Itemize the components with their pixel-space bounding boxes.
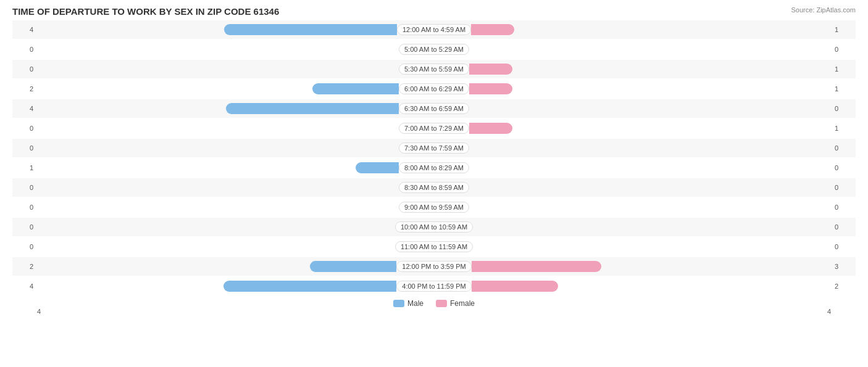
female-value: 1 — [831, 85, 856, 93]
time-label: 6:30 AM to 6:59 AM — [399, 103, 469, 114]
female-value: 1 — [831, 125, 856, 132]
female-value: 0 — [831, 184, 856, 191]
legend-female: Female — [436, 299, 475, 308]
bottom-right-label: 4 — [827, 308, 831, 315]
chart-row: 0 11:00 AM to 11:59 AM 0 — [12, 237, 856, 256]
legend: Male Female — [12, 299, 856, 308]
time-label: 12:00 PM to 3:59 PM — [396, 261, 471, 272]
chart-row: 0 8:30 AM to 8:59 AM 0 — [12, 178, 856, 197]
chart-row: 4 4:00 PM to 11:59 PM 2 — [12, 277, 856, 295]
time-label: 5:00 AM to 5:29 AM — [399, 44, 469, 55]
time-label: 12:00 AM to 4:59 AM — [397, 24, 471, 35]
female-value: 1 — [831, 65, 856, 73]
male-value: 0 — [12, 46, 37, 53]
male-value: 2 — [12, 85, 37, 93]
chart-row: 0 5:00 AM to 5:29 AM 0 — [12, 40, 856, 59]
chart-row: 1 8:00 AM to 8:29 AM 0 — [12, 159, 856, 177]
male-bar — [356, 162, 399, 173]
chart-row: 0 7:00 AM to 7:29 AM 1 — [12, 119, 856, 138]
female-value: 0 — [831, 46, 856, 53]
male-value: 4 — [12, 26, 37, 33]
male-value: 4 — [12, 282, 37, 290]
male-value: 2 — [12, 263, 37, 270]
female-bar — [469, 64, 512, 75]
female-value: 1 — [831, 26, 856, 33]
chart-row: 4 12:00 AM to 4:59 AM 1 — [12, 20, 856, 39]
female-bar — [469, 83, 512, 94]
chart-row: 0 5:30 AM to 5:59 AM 1 — [12, 60, 856, 78]
male-bar — [312, 83, 399, 94]
time-label: 5:30 AM to 5:59 AM — [399, 64, 469, 75]
male-value: 0 — [12, 204, 37, 211]
time-label: 11:00 AM to 11:59 AM — [395, 241, 473, 252]
female-value: 0 — [831, 223, 856, 231]
source-label: Source: ZipAtlas.com — [791, 6, 856, 14]
male-bar — [224, 24, 397, 35]
time-label: 7:00 AM to 7:29 AM — [399, 123, 469, 134]
time-label: 8:00 AM to 8:29 AM — [399, 162, 469, 173]
chart-row: 2 6:00 AM to 6:29 AM 1 — [12, 80, 856, 98]
chart-row: 0 10:00 AM to 10:59 AM 0 — [12, 218, 856, 236]
time-label: 9:00 AM to 9:59 AM — [399, 202, 469, 213]
male-value: 1 — [12, 164, 37, 171]
male-bar — [223, 281, 396, 292]
bottom-left-label: 4 — [37, 308, 41, 315]
female-value: 0 — [831, 144, 856, 152]
female-value: 0 — [831, 243, 856, 250]
male-value: 0 — [12, 184, 37, 191]
male-bar — [226, 103, 399, 114]
female-value: 0 — [831, 164, 856, 171]
male-value: 0 — [12, 223, 37, 231]
male-legend-box — [393, 300, 404, 307]
time-label: 8:30 AM to 8:59 AM — [399, 182, 469, 193]
female-bar — [471, 24, 514, 35]
female-bar — [469, 123, 512, 134]
chart-row: 4 6:30 AM to 6:59 AM 0 — [12, 99, 856, 118]
chart-area: 4 12:00 AM to 4:59 AM 1 0 5:00 AM to 5:2… — [12, 20, 856, 295]
time-label: 10:00 AM to 10:59 AM — [395, 221, 473, 233]
male-value: 4 — [12, 105, 37, 112]
female-value: 0 — [831, 204, 856, 211]
female-bar — [472, 261, 601, 272]
male-value: 0 — [12, 243, 37, 250]
female-bar — [472, 281, 558, 292]
chart-row: 0 9:00 AM to 9:59 AM 0 — [12, 198, 856, 216]
female-value: 2 — [831, 282, 856, 290]
female-value: 0 — [831, 105, 856, 112]
chart-row: 2 12:00 PM to 3:59 PM 3 — [12, 257, 856, 276]
bottom-axis-labels: 4 4 — [12, 308, 856, 315]
time-label: 7:30 AM to 7:59 AM — [399, 142, 469, 154]
time-label: 4:00 PM to 11:59 PM — [396, 281, 471, 292]
male-legend-label: Male — [407, 299, 424, 308]
male-value: 0 — [12, 125, 37, 132]
legend-male: Male — [393, 299, 424, 308]
female-legend-box — [436, 300, 447, 307]
chart-container: TIME OF DEPARTURE TO WORK BY SEX IN ZIP … — [0, 0, 868, 367]
female-value: 3 — [831, 263, 856, 270]
male-value: 0 — [12, 144, 37, 152]
female-legend-label: Female — [450, 299, 475, 308]
chart-title: TIME OF DEPARTURE TO WORK BY SEX IN ZIP … — [12, 6, 856, 17]
male-value: 0 — [12, 65, 37, 73]
male-bar — [310, 261, 396, 272]
time-label: 6:00 AM to 6:29 AM — [399, 83, 469, 94]
chart-row: 0 7:30 AM to 7:59 AM 0 — [12, 139, 856, 157]
